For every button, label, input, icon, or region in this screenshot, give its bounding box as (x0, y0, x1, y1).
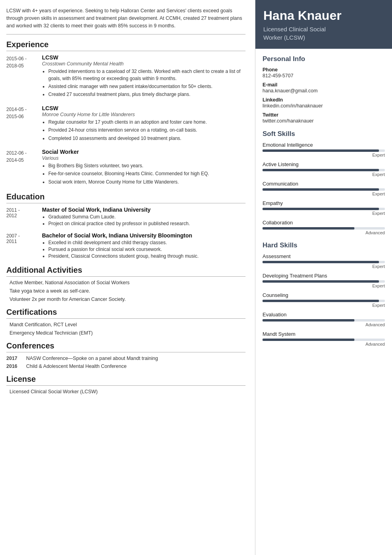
certifications-list: Mandt Certification, RCT LevelEmergency … (6, 322, 245, 336)
soft-skills-title: Soft Skills (263, 130, 385, 138)
activities-section: Additional Activities Active Member, Nat… (6, 266, 245, 302)
list-item: Volunteer 2x per month for American Canc… (6, 297, 245, 302)
skill-level: Expert (263, 264, 385, 269)
hard-skill-item: Counseling Expert (263, 292, 385, 308)
personal-info-item: Phone 812-459-5707 (263, 67, 385, 78)
skill-name: Developing Treatment Plans (263, 273, 385, 279)
resume-layout: LCSW with 4+ years of experience. Seekin… (0, 0, 392, 555)
license-section: License Licensed Clinical Social Worker … (6, 375, 245, 394)
exp-content: LCSW Monroe County Home for Little Wande… (42, 105, 245, 143)
list-item: Created 27 successful treatment plans, p… (48, 91, 245, 98)
list-item: Social work intern, Monroe County Home f… (48, 179, 245, 186)
skill-bar-bg (263, 300, 385, 302)
skill-bar-bg (263, 261, 385, 263)
exp-bullets: Provided interventions to a caseload of … (42, 68, 245, 98)
skill-bar-bg (263, 169, 385, 171)
experience-entries: 2015-06 -2018-05 LCSW Crosstown Communit… (6, 54, 245, 187)
certifications-title: Certifications (6, 308, 245, 319)
edu-bullets: Excelled in child development and child … (42, 240, 245, 259)
skill-bar-fill (263, 227, 354, 230)
conference-entry: 2017 NASW Conference—Spoke on a panel ab… (6, 356, 245, 361)
hard-skill-item: Mandt System Advanced (263, 331, 385, 346)
conf-year: 2016 (6, 364, 26, 369)
info-value: linkedin.com/in/hanaknauer (263, 103, 385, 109)
exp-role: LCSW (42, 105, 245, 111)
skill-bar-bg (263, 188, 385, 191)
list-item: Provided interventions to a caseload of … (48, 68, 245, 82)
conference-entry: 2016 Child & Adolescent Mental Health Co… (6, 364, 245, 369)
skill-bar-bg (263, 280, 385, 283)
list-item: Assisted clinic manager with new patient… (48, 83, 245, 90)
conferences-section: Conferences 2017 NASW Conference—Spoke o… (6, 341, 245, 369)
skill-bar-bg (263, 149, 385, 152)
list-item: Excelled in child development and child … (48, 240, 245, 245)
right-header: Hana Knauer Licensed Clinical SocialWork… (255, 0, 392, 49)
education-entries: 2011 -2012 Master of Social Work, Indian… (6, 207, 245, 260)
exp-role: LCSW (42, 54, 245, 61)
skill-bar-fill (263, 261, 379, 263)
info-label: Twitter (263, 112, 385, 118)
exp-dates: 2015-06 -2018-05 (6, 54, 42, 100)
skill-level: Expert (263, 303, 385, 308)
info-label: Phone (263, 67, 385, 73)
right-body: Personal Info Phone 812-459-5707 E-mail … (255, 55, 392, 358)
education-title: Education (6, 192, 245, 203)
summary: LCSW with 4+ years of experience. Seekin… (6, 7, 245, 34)
skill-bar-bg (263, 227, 385, 230)
skill-level: Advanced (263, 230, 385, 235)
skill-bar-fill (263, 149, 379, 152)
soft-skill-item: Empathy Expert (263, 200, 385, 216)
hard-skill-item: Assessment Expert (263, 253, 385, 269)
soft-skills-items: Emotional Intelligence Expert Active Lis… (263, 142, 385, 235)
skill-name: Communication (263, 181, 385, 187)
skill-name: Counseling (263, 292, 385, 298)
soft-skill-item: Collaboration Advanced (263, 220, 385, 235)
edu-content: Bachelor of Social Work, Indiana Univers… (42, 232, 245, 260)
list-item: Take yoga twice a week as self-care. (6, 288, 245, 294)
skill-bar-bg (263, 208, 385, 210)
hard-skills-items: Assessment Expert Developing Treatment P… (263, 253, 385, 346)
candidate-title: Licensed Clinical SocialWorker (LCSW) (263, 25, 384, 42)
experience-title: Experience (6, 40, 245, 51)
exp-dates: 2012-06 -2014-05 (6, 149, 42, 187)
hard-skill-item: Developing Treatment Plans Expert (263, 273, 385, 288)
personal-info-item: LinkedIn linkedin.com/in/hanaknauer (263, 97, 385, 109)
info-value: 812-459-5707 (263, 73, 385, 78)
skill-bar-fill (263, 169, 379, 171)
education-entry: 2011 -2012 Master of Social Work, Indian… (6, 207, 245, 228)
exp-org: Monroe County Home for Little Wanderers (42, 112, 245, 117)
conferences-title: Conferences (6, 341, 245, 352)
skill-name: Assessment (263, 253, 385, 259)
info-value: twitter.com/hanaknauer (263, 118, 385, 124)
certifications-section: Certifications Mandt Certification, RCT … (6, 308, 245, 336)
conf-desc: NASW Conference—Spoke on a panel about M… (26, 356, 245, 361)
exp-dates: 2014-05 -2015-06 (6, 105, 42, 143)
skill-level: Expert (263, 211, 385, 216)
skill-bar-bg (263, 319, 385, 322)
experience-entry: 2014-05 -2015-06 LCSW Monroe County Home… (6, 105, 245, 143)
list-item: Pursued a passion for clinical social wo… (48, 247, 245, 252)
list-item: President, Classical Connections student… (48, 253, 245, 259)
conf-year: 2017 (6, 356, 26, 361)
skill-level: Advanced (263, 322, 385, 327)
edu-bullets: Graduated Summa Cum Laude.Project on cli… (42, 214, 245, 226)
skill-name: Collaboration (263, 220, 385, 226)
license-items: Licensed Clinical Social Worker (LCSW) (6, 389, 245, 394)
skill-name: Evaluation (263, 312, 385, 318)
info-value: hana.knauer@gmail.com (263, 88, 385, 94)
list-item: Active Member, National Association of S… (6, 280, 245, 285)
skill-level: Expert (263, 172, 385, 177)
skill-bar-fill (263, 300, 379, 302)
exp-content: LCSW Crosstown Community Mental Health P… (42, 54, 245, 100)
license-title: License (6, 375, 245, 386)
hard-skills-title: Hard Skills (263, 241, 385, 249)
edu-content: Master of Social Work, Indiana Universit… (42, 207, 245, 228)
edu-degree: Bachelor of Social Work, Indiana Univers… (42, 232, 245, 239)
skill-bar-fill (263, 208, 379, 210)
exp-bullets: Regular counselor for 17 youth clients i… (42, 119, 245, 142)
exp-org: Various (42, 155, 245, 161)
info-label: LinkedIn (263, 97, 385, 103)
exp-role: Social Worker (42, 149, 245, 155)
exp-bullets: Big Brothers Big Sisters volunteer, two … (42, 163, 245, 186)
hard-skill-item: Evaluation Advanced (263, 312, 385, 327)
